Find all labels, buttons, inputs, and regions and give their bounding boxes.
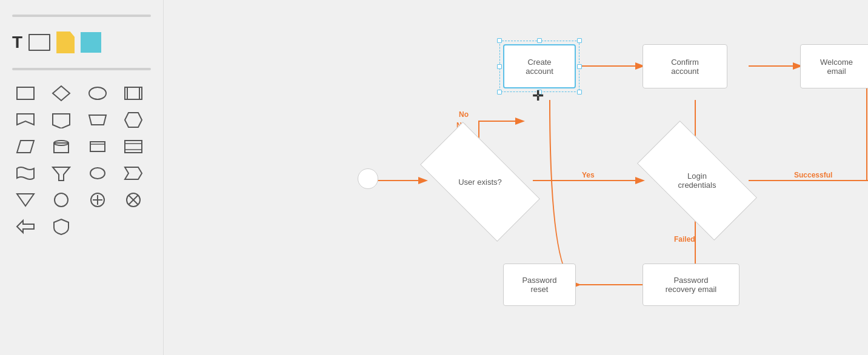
svg-point-19 (55, 193, 68, 207)
node-start (358, 168, 378, 189)
node-welcome-email[interactable]: Welcomeemail (800, 44, 868, 88)
shape-banner-left[interactable] (12, 109, 39, 131)
svg-rect-10 (90, 142, 105, 151)
canvas[interactable]: No No Yes Successful Failed User exists?… (164, 0, 868, 355)
shape-trapezoid[interactable] (84, 109, 111, 131)
shape-double-rect[interactable] (120, 82, 147, 104)
shape-parallelogram[interactable] (12, 136, 39, 158)
shape-funnel[interactable] (48, 162, 75, 184)
handle-tc[interactable] (537, 38, 542, 43)
bottom-divider (12, 68, 151, 70)
shape-rectangle[interactable] (12, 82, 39, 104)
shape-wave[interactable] (12, 162, 39, 184)
node-password-reset[interactable]: Passwordreset (503, 264, 576, 306)
label-yes: Yes (582, 171, 595, 179)
node-login-credentials[interactable]: Logincredentials (643, 150, 752, 211)
svg-marker-17 (125, 167, 142, 179)
label-no-text: No (459, 110, 469, 119)
node-user-exists[interactable]: User exists? (426, 151, 535, 212)
svg-marker-15 (53, 167, 70, 181)
shape-shield[interactable] (48, 216, 75, 237)
node-confirm-account-label: Confirmaccount (671, 58, 699, 76)
sidebar: T (0, 0, 164, 355)
shape-circle-x[interactable] (120, 189, 147, 211)
page-tool[interactable] (56, 32, 75, 53)
svg-rect-0 (17, 87, 34, 99)
sticky-tool[interactable] (81, 32, 101, 53)
node-password-reset-label: Passwordreset (522, 276, 556, 294)
svg-marker-7 (17, 141, 34, 153)
node-create-account-label: Createaccount (526, 58, 553, 76)
shape-diamond[interactable] (48, 82, 75, 104)
shape-rect-small[interactable] (84, 136, 111, 158)
node-password-recovery[interactable]: Passwordrecovery email (643, 264, 739, 306)
svg-point-2 (89, 87, 106, 99)
svg-marker-26 (17, 221, 34, 233)
node-create-account[interactable]: Createaccount ✛ (503, 44, 576, 88)
shape-circle-plus[interactable] (84, 189, 111, 211)
shape-hexagon[interactable] (120, 109, 147, 131)
top-divider (12, 15, 151, 17)
svg-marker-18 (17, 194, 34, 206)
handle-tl[interactable] (497, 38, 502, 43)
shape-oval[interactable] (84, 162, 111, 184)
shape-chevron-wide[interactable] (120, 162, 147, 184)
shape-ellipse[interactable] (84, 82, 111, 104)
rect-tool[interactable] (28, 34, 50, 51)
shape-banner-right[interactable] (48, 109, 75, 131)
node-login-credentials-label: Logincredentials (678, 171, 716, 190)
node-confirm-account[interactable]: Confirmaccount (643, 44, 727, 88)
svg-point-16 (90, 168, 105, 179)
node-password-recovery-label: Passwordrecovery email (666, 276, 717, 294)
svg-marker-5 (89, 115, 106, 125)
node-welcome-email-label: Welcomeemail (820, 58, 853, 76)
handle-mr[interactable] (577, 64, 582, 69)
shape-film-strip[interactable] (120, 136, 147, 158)
svg-marker-6 (125, 113, 142, 127)
shape-triangle-down[interactable] (12, 189, 39, 211)
node-user-exists-label: User exists? (458, 178, 502, 187)
shape-cylinder[interactable] (48, 136, 75, 158)
handle-ml[interactable] (497, 64, 502, 69)
shape-arrow-left[interactable] (12, 216, 39, 237)
handle-bl[interactable] (497, 90, 502, 95)
label-failed: Failed (674, 235, 695, 244)
move-icon[interactable]: ✛ (532, 88, 543, 104)
tools-row: T (12, 27, 151, 58)
shape-palette (12, 80, 151, 240)
handle-br[interactable] (577, 90, 582, 95)
text-tool[interactable]: T (12, 34, 22, 51)
svg-rect-12 (125, 141, 142, 153)
handle-tr[interactable] (577, 38, 582, 43)
svg-marker-1 (53, 86, 70, 101)
label-successful: Successful (794, 171, 832, 179)
shape-circle[interactable] (48, 189, 75, 211)
